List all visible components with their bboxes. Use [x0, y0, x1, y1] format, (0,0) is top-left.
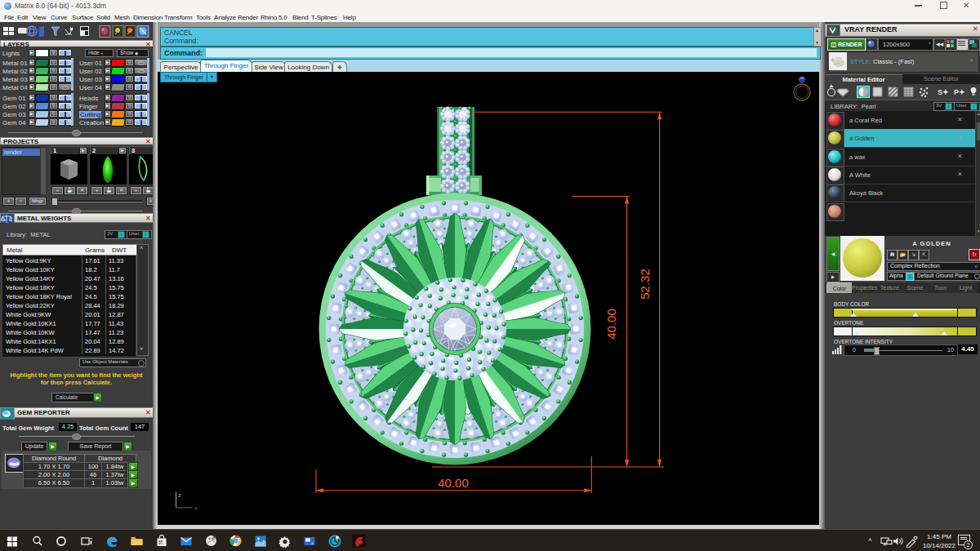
- svg-text:P✦: P✦: [954, 88, 965, 96]
- svg-text:z: z: [178, 491, 181, 499]
- svg-text:40.00: 40.00: [604, 309, 618, 340]
- svg-text:S✦: S✦: [938, 88, 949, 96]
- svg-text:52.32: 52.32: [638, 269, 652, 300]
- svg-text:x: x: [194, 504, 198, 512]
- svg-text:40.00: 40.00: [438, 476, 469, 490]
